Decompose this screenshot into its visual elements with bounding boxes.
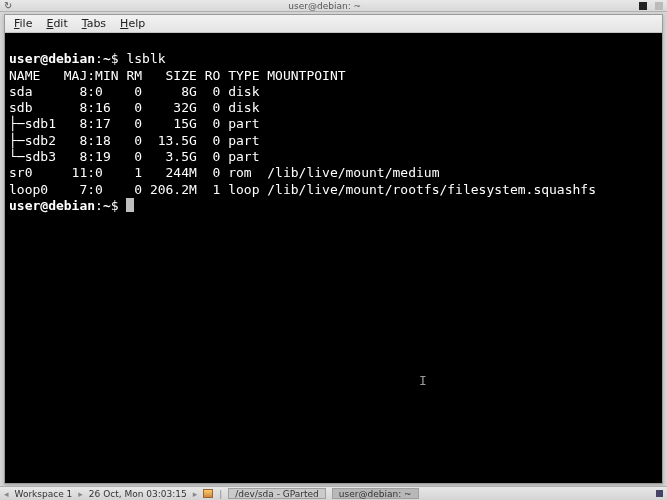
taskbar-item-gparted[interactable]: /dev/sda - GParted (228, 488, 326, 499)
lsblk-row: sdb 8:16 0 32G 0 disk (9, 100, 267, 115)
prompt-path-2: ~ (103, 198, 111, 213)
command-text: lsblk (126, 51, 165, 66)
bottom-panel: ◂ Workspace 1 ▸ 26 Oct, Mon 03:03:15 ▸ |… (0, 486, 667, 500)
prompt-symbol-2: $ (111, 198, 119, 213)
top-panel: ↻ user@debian: ~ (0, 0, 667, 12)
prompt-colon: : (95, 51, 103, 66)
prompt-symbol: $ (111, 51, 119, 66)
taskbar-item-label: /dev/sda - GParted (235, 489, 319, 499)
show-desktop-icon[interactable] (203, 489, 213, 498)
taskbar-item-label: user@debian: ~ (339, 489, 412, 499)
chevron-right-icon[interactable]: ▸ (78, 489, 83, 499)
menu-help[interactable]: Help (114, 16, 151, 31)
menu-file-label: ile (20, 17, 33, 30)
lsblk-row: ├─sdb2 8:18 0 13.5G 0 part (9, 133, 267, 148)
terminal-window: File Edit Tabs Help user@debian:~$ lsblk… (4, 14, 663, 484)
menu-edit[interactable]: Edit (40, 16, 73, 31)
menubar: File Edit Tabs Help (5, 15, 662, 33)
menu-file[interactable]: File (8, 16, 38, 31)
lsblk-header: NAME MAJ:MIN RM SIZE RO TYPE MOUNTPOINT (9, 68, 346, 83)
lsblk-row: sda 8:0 0 8G 0 disk (9, 84, 267, 99)
workspace-label[interactable]: Workspace 1 (15, 489, 73, 499)
lsblk-row: └─sdb3 8:19 0 3.5G 0 part (9, 149, 267, 164)
taskbar-item-terminal[interactable]: user@debian: ~ (332, 488, 419, 499)
menu-tabs-label: abs (87, 17, 106, 30)
cursor-block (126, 198, 134, 212)
menu-tabs[interactable]: Tabs (76, 16, 112, 31)
top-task-indicator-1 (639, 2, 647, 10)
lsblk-row: ├─sdb1 8:17 0 15G 0 part (9, 116, 267, 131)
tray-icon[interactable] (656, 490, 663, 497)
mouse-ibeam-cursor: I (419, 373, 427, 389)
chevron-left-icon[interactable]: ◂ (4, 489, 9, 499)
menu-help-label: elp (128, 17, 145, 30)
top-task-indicator-2 (655, 2, 663, 10)
terminal-body[interactable]: user@debian:~$ lsblk NAME MAJ:MIN RM SIZ… (5, 33, 662, 483)
menu-edit-label: dit (53, 17, 67, 30)
lsblk-row: loop0 7:0 0 206.2M 1 loop /lib/live/moun… (9, 182, 596, 197)
lsblk-row: sr0 11:0 1 244M 0 rom /lib/live/mount/me… (9, 165, 439, 180)
prompt-userhost-2: user@debian (9, 198, 95, 213)
app-menu-icon[interactable]: ↻ (4, 0, 12, 11)
prompt-path: ~ (103, 51, 111, 66)
clock[interactable]: 26 Oct, Mon 03:03:15 (89, 489, 187, 499)
chevron-right-icon-2[interactable]: ▸ (193, 489, 198, 499)
top-panel-title: user@debian: ~ (18, 1, 631, 11)
prompt-userhost: user@debian (9, 51, 95, 66)
